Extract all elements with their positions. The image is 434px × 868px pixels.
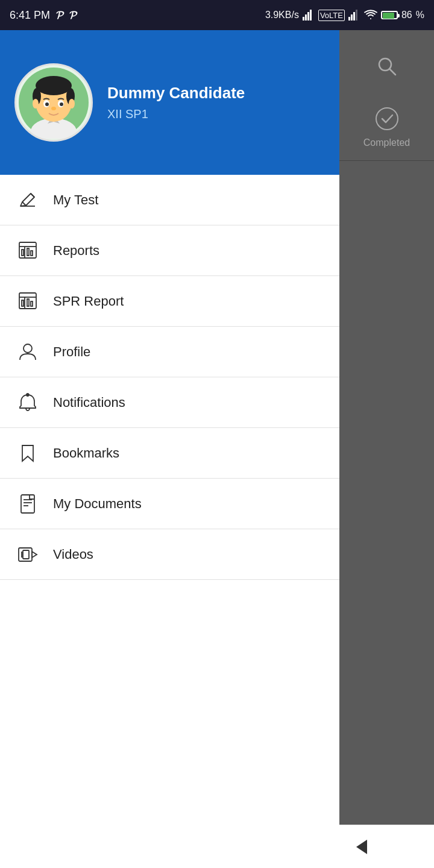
svg-point-13: [36, 76, 72, 95]
svg-rect-29: [31, 251, 33, 256]
user-icon: [17, 341, 39, 363]
sidebar-item-bookmarks[interactable]: Bookmarks: [0, 428, 339, 479]
svg-rect-33: [22, 300, 24, 306]
completed-icon: [374, 106, 400, 134]
sidebar-item-videos[interactable]: Videos: [0, 529, 339, 580]
back-icon: [351, 837, 372, 857]
edit-icon: [17, 189, 39, 211]
svg-point-36: [24, 344, 32, 353]
bell-icon: [17, 392, 39, 414]
completed-label: Completed: [363, 137, 410, 148]
menu-label-my-documents: My Documents: [53, 496, 142, 512]
menu-label-notifications: Notifications: [53, 395, 125, 410]
svg-marker-52: [356, 840, 367, 854]
volte-icon: VoLTE: [318, 10, 345, 21]
search-button[interactable]: [369, 48, 405, 84]
status-bar-left: 6:41 PM 𝓟 𝓟: [10, 9, 77, 22]
battery-icon: [381, 11, 398, 19]
search-icon: [375, 54, 399, 78]
sidebar-item-my-test[interactable]: My Test: [0, 175, 339, 225]
menu-label-my-test: My Test: [53, 192, 98, 208]
menu-label-profile: Profile: [53, 344, 90, 360]
svg-rect-0: [303, 17, 304, 20]
svg-rect-5: [351, 14, 353, 20]
signal-icon-2: [348, 10, 360, 20]
svg-rect-34: [27, 299, 29, 306]
menu-label-spr-report: SPR Report: [53, 294, 124, 309]
sidebar-item-profile[interactable]: Profile: [0, 327, 339, 377]
sidebar: Dummy Candidate XII SP1 My Test: [0, 30, 339, 868]
svg-line-47: [389, 69, 395, 75]
battery-percent: 86: [401, 10, 412, 20]
signal-icon: [303, 10, 315, 20]
document-icon: [17, 493, 39, 515]
svg-point-20: [51, 107, 56, 110]
svg-rect-38: [21, 495, 34, 513]
right-panel[interactable]: Completed: [339, 30, 434, 868]
right-top-actions: Completed: [339, 30, 434, 161]
sidebar-item-reports[interactable]: Reports: [0, 225, 339, 276]
svg-point-21: [33, 99, 39, 108]
svg-rect-27: [22, 250, 24, 256]
svg-rect-7: [356, 10, 357, 20]
status-bar-right: 3.9KB/s VoLTE 86: [265, 10, 424, 21]
video-icon: [17, 544, 39, 565]
profile-info: Dummy Candidate XII SP1: [107, 84, 245, 121]
completed-button[interactable]: Completed: [339, 96, 434, 161]
svg-rect-4: [348, 17, 350, 20]
sidebar-item-notifications[interactable]: Notifications: [0, 377, 339, 428]
p-icon-2: 𝓟: [69, 9, 77, 22]
svg-rect-2: [307, 12, 309, 20]
p-icon-1: 𝓟: [56, 9, 63, 22]
network-speed: 3.9KB/s: [265, 10, 299, 20]
bookmark-icon: [17, 442, 39, 464]
svg-point-22: [69, 99, 75, 108]
sidebar-item-my-documents[interactable]: My Documents: [0, 479, 339, 529]
svg-rect-45: [23, 550, 29, 559]
menu-list: My Test Reports: [0, 175, 339, 868]
main-container: Dummy Candidate XII SP1 My Test: [0, 30, 434, 868]
svg-point-48: [376, 108, 398, 130]
bar-chart-icon-spr: [17, 291, 39, 312]
svg-rect-1: [305, 14, 307, 20]
svg-marker-43: [32, 552, 37, 558]
menu-label-bookmarks: Bookmarks: [53, 445, 119, 461]
svg-rect-35: [31, 301, 33, 306]
wifi-icon: [364, 10, 377, 20]
profile-class: XII SP1: [107, 107, 245, 121]
menu-label-reports: Reports: [53, 243, 99, 259]
profile-header: Dummy Candidate XII SP1: [0, 30, 339, 175]
bar-chart-icon-reports: [17, 240, 39, 262]
menu-label-videos: Videos: [53, 547, 93, 562]
svg-rect-6: [353, 12, 355, 20]
svg-rect-3: [310, 10, 312, 20]
nav-back-button[interactable]: [344, 829, 380, 865]
svg-point-19: [60, 102, 63, 106]
sidebar-item-spr-report[interactable]: SPR Report: [0, 276, 339, 327]
status-bar: 6:41 PM 𝓟 𝓟 3.9KB/s VoLTE: [0, 0, 434, 30]
avatar-image: [17, 66, 90, 139]
svg-point-18: [45, 102, 49, 106]
profile-name: Dummy Candidate: [107, 84, 245, 102]
avatar: [14, 63, 93, 142]
svg-rect-28: [27, 248, 29, 256]
battery-percent-sign: %: [416, 10, 424, 20]
time-display: 6:41 PM: [10, 9, 50, 22]
